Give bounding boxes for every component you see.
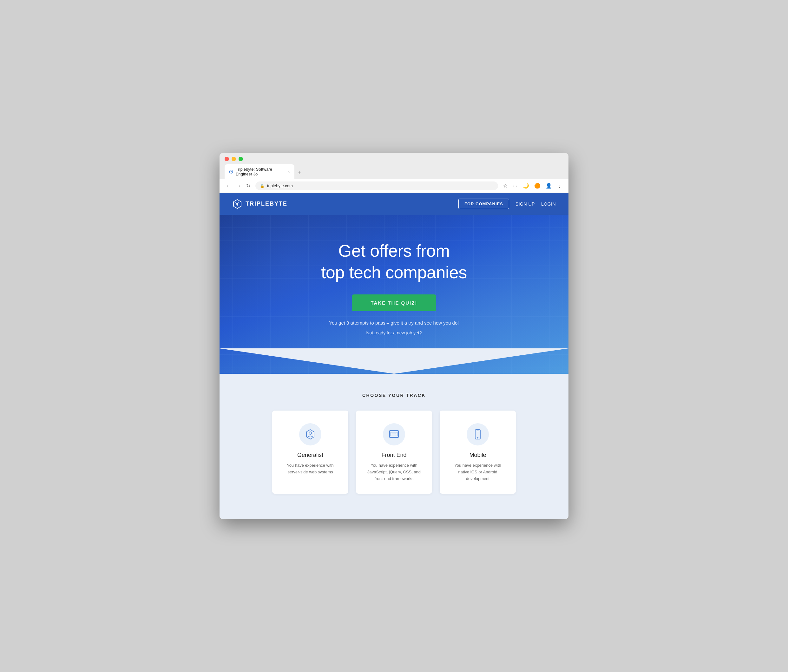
hero-subtext: You get 3 attempts to pass – give it a t… — [232, 320, 556, 326]
hero-content: Get offers from top tech companies TAKE … — [232, 240, 556, 336]
svg-point-17 — [477, 437, 478, 438]
generalist-icon — [305, 429, 316, 440]
track-card-frontend[interactable]: Front End You have experience with JavaS… — [356, 411, 432, 493]
forward-button[interactable]: → — [235, 183, 242, 189]
svg-point-9 — [309, 432, 311, 434]
hero-chevron — [219, 348, 569, 374]
navbar: TRIPLEBYTE FOR COMPANIES SIGN UP LOGIN — [219, 193, 569, 215]
nav-links: FOR COMPANIES SIGN UP LOGIN — [458, 199, 556, 209]
back-button[interactable]: ← — [225, 183, 232, 189]
traffic-lights — [225, 157, 563, 161]
maximize-button[interactable] — [238, 157, 243, 161]
svg-line-5 — [237, 202, 239, 204]
svg-point-1 — [230, 172, 232, 172]
tab-title: Triplebyte: Software Engineer Jo — [236, 167, 284, 176]
extension-button-1[interactable]: 🛡 — [512, 183, 519, 189]
mobile-name: Mobile — [449, 452, 506, 459]
bookmark-button[interactable]: ☆ — [502, 182, 509, 189]
tab-favicon — [229, 169, 233, 174]
mobile-icon-wrap — [467, 423, 489, 445]
sign-up-button[interactable]: SIGN UP — [515, 202, 535, 207]
hero-headline-line2: top tech companies — [321, 263, 467, 282]
svg-marker-7 — [219, 348, 569, 374]
track-card-mobile[interactable]: Mobile You have experience with native i… — [440, 411, 516, 493]
login-button[interactable]: LOGIN — [541, 202, 556, 207]
track-card-generalist[interactable]: Generalist You have experience with serv… — [272, 411, 348, 493]
tracks-section: CHOOSE YOUR TRACK Generalist You have ex… — [219, 374, 569, 519]
hero-headline-line1: Get offers from — [338, 241, 450, 260]
nav-buttons: ← → ↻ — [225, 182, 251, 189]
generalist-name: Generalist — [282, 452, 339, 459]
browser-window: Triplebyte: Software Engineer Jo × + ← →… — [219, 153, 569, 519]
frontend-desc: You have experience with JavaScript, jQu… — [365, 462, 423, 482]
lock-icon: 🔒 — [260, 184, 265, 188]
svg-line-4 — [235, 202, 237, 204]
frontend-icon — [388, 429, 400, 440]
url-text: triplebyte.com — [267, 183, 293, 188]
mobile-icon — [472, 429, 483, 440]
extension-button-2[interactable]: 🌙 — [521, 182, 531, 189]
profile-button[interactable]: 👤 — [544, 182, 553, 189]
tracks-title: CHOOSE YOUR TRACK — [232, 393, 556, 398]
frontend-name: Front End — [365, 452, 423, 459]
address-bar-row: ← → ↻ 🔒 triplebyte.com ☆ 🛡 🌙 🟠 👤 ⋮ — [219, 179, 569, 193]
browser-actions: ☆ 🛡 🌙 🟠 👤 ⋮ — [502, 182, 563, 189]
not-ready-link[interactable]: Not ready for a new job yet? — [366, 330, 422, 335]
mobile-desc: You have experience with native iOS or A… — [449, 462, 506, 482]
address-bar[interactable]: 🔒 triplebyte.com — [255, 181, 498, 190]
take-quiz-button[interactable]: TAKE THE QUIZ! — [352, 294, 437, 311]
active-tab[interactable]: Triplebyte: Software Engineer Jo × — [225, 164, 294, 179]
generalist-icon-wrap — [299, 423, 321, 445]
logo-text: TRIPLEBYTE — [246, 200, 288, 207]
refresh-button[interactable]: ↻ — [245, 182, 251, 189]
for-companies-button[interactable]: FOR COMPANIES — [458, 199, 509, 209]
tab-close-button[interactable]: × — [288, 170, 290, 174]
menu-button[interactable]: ⋮ — [556, 182, 563, 189]
tab-bar: Triplebyte: Software Engineer Jo × + — [225, 164, 563, 179]
hero-headline: Get offers from top tech companies — [232, 240, 556, 283]
close-button[interactable] — [225, 157, 229, 161]
new-tab-button[interactable]: + — [295, 168, 303, 178]
logo-icon — [232, 199, 242, 209]
minimize-button[interactable] — [232, 157, 236, 161]
generalist-desc: You have experience with server-side web… — [282, 462, 339, 476]
browser-chrome: Triplebyte: Software Engineer Jo × + — [219, 153, 569, 179]
extension-button-3[interactable]: 🟠 — [533, 182, 542, 189]
track-cards: Generalist You have experience with serv… — [232, 411, 556, 493]
hero-section: Get offers from top tech companies TAKE … — [219, 215, 569, 374]
frontend-icon-wrap — [383, 423, 405, 445]
website-content: TRIPLEBYTE FOR COMPANIES SIGN UP LOGIN G… — [219, 193, 569, 519]
logo[interactable]: TRIPLEBYTE — [232, 199, 288, 209]
